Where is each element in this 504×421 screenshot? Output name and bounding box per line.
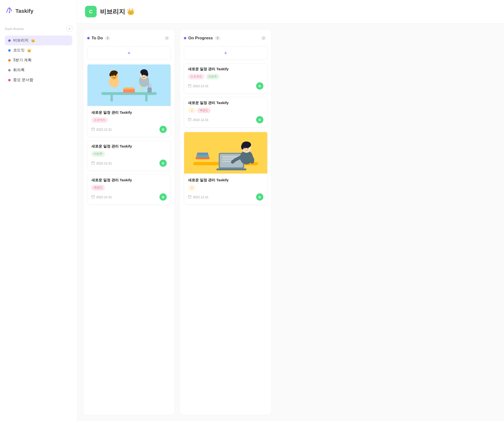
card-image [87,63,171,107]
kanban-board: To Do 3 + [77,23,504,421]
sidebar-item-important[interactable]: 중요 문서함 [5,75,72,85]
tag: 상 [188,185,196,190]
task-card[interactable]: 새로운 일정 관리 Taskify 프로젝트이번주 [184,63,267,94]
card-date: 2022.12.31 [188,118,209,122]
card-date: 2022.12.31 [188,195,209,199]
date-text: 2022.12.31 [193,84,209,88]
tag: 프로젝트 [188,74,204,79]
card-footer: 2022.12.31 B [91,193,167,201]
page-title: 비브리지 👑 [100,7,135,16]
sidebar-dot [8,39,11,42]
tag: 상 [188,108,196,113]
svg-rect-29 [92,162,94,164]
calendar-icon [188,118,191,122]
task-card[interactable]: 새로운 일정 관리 Taskify 백엔드 [87,174,171,205]
sidebar-label: 회의록 [13,68,25,73]
card-footer: 2022.12.31 B [91,126,167,133]
svg-rect-63 [188,196,191,198]
crown-icon: 👑 [27,49,31,52]
column-count: 3 [105,36,110,40]
svg-point-62 [247,147,249,149]
column-settings-button[interactable] [163,34,171,42]
card-footer: 2022.12.31 B [188,193,263,201]
date-text: 2022.12.31 [96,161,112,165]
column-header: On Progress 3 [184,34,267,42]
column-settings-button[interactable] [260,34,267,42]
card-date: 2022.12.31 [91,127,112,132]
sidebar-label: 3분기 계획 [13,58,32,63]
date-text: 2022.12.31 [96,128,112,131]
svg-rect-53 [216,168,246,170]
sidebar-label: 비브리지 [13,38,29,43]
card-date: 2022.12.31 [188,84,209,88]
svg-rect-49 [196,155,209,157]
card-title: 새로운 일정 관리 Taskify [188,101,263,105]
card-body: 새로운 일정 관리 Taskify 프로젝트이번주 [184,63,267,93]
sidebar-label: 코드잇 [13,48,25,53]
sidebar-item-bibeuji[interactable]: 비브리지 👑 [5,35,72,45]
sidebar-item-q3plan[interactable]: 3분기 계획 [5,55,72,65]
card-title: 새로운 일정 관리 Taskify [188,67,263,71]
column-title: On Progress [188,36,213,41]
sidebar-item-minutes[interactable]: 회의록 [5,65,72,75]
task-card[interactable]: 새로운 일정 관리 Taskify 상 [184,131,267,205]
add-card-button[interactable]: + [184,46,267,60]
svg-point-19 [146,72,148,77]
card-tags: 백엔드 [91,185,167,190]
task-card[interactable]: 새로운 일정 관리 Taskify 프로젝트 [87,63,171,137]
column-title: To Do [92,36,103,41]
calendar-icon [91,161,95,165]
card-tags: 상 [188,185,263,190]
card-user-avatar: B [159,160,167,167]
svg-rect-52 [220,154,243,167]
logo-area: Taskify [5,6,72,16]
column-header: To Do 3 [87,34,171,42]
svg-rect-4 [111,94,113,101]
svg-point-1 [166,37,168,39]
column-title-area: On Progress 3 [184,36,220,41]
page-avatar: C [85,6,97,17]
tag: 이번주 [206,74,219,79]
task-card[interactable]: 새로운 일정 관리 Taskify 상백엔드 [184,97,267,127]
card-date: 2022.12.31 [91,161,112,165]
page-header: C 비브리지 👑 [77,0,504,23]
svg-rect-42 [188,118,191,121]
sidebar-item-codeit[interactable]: 코드잇 👑 [5,45,72,55]
tag: 백엔드 [91,185,105,190]
svg-rect-7 [124,88,134,90]
card-title: 새로운 일정 관리 Taskify [91,144,167,149]
add-card-button[interactable]: + [87,46,171,60]
svg-point-13 [109,73,112,76]
card-footer: 2022.12.31 B [188,116,263,123]
sidebar-label: 중요 문서함 [13,77,33,83]
card-body: 새로운 일정 관리 Taskify 상 [184,175,267,204]
card-tags: 상백엔드 [188,108,263,113]
add-board-button[interactable]: ＋ [66,26,72,32]
sidebar-section-header: Dash Boards ＋ [5,26,72,32]
card-body: 새로운 일정 관리 Taskify 상백엔드 [184,97,267,127]
svg-rect-33 [92,196,94,198]
sidebar-dot [8,59,11,62]
calendar-icon [91,195,95,199]
svg-rect-38 [188,84,191,87]
add-board-icon: ＋ [67,26,71,31]
svg-point-61 [244,147,245,149]
card-user-avatar: B [256,116,263,123]
calendar-icon [91,127,95,132]
tag: 백엔드 [197,108,211,113]
task-card[interactable]: 새로운 일정 관리 Taskify 이번주 [87,140,171,171]
card-user-avatar: B [256,193,263,201]
card-image [184,131,267,175]
card-user-avatar: B [256,82,263,90]
svg-point-60 [241,144,244,150]
main-content: C 비브리지 👑 To Do 3 [77,0,504,421]
card-tags: 프로젝트 [91,117,167,123]
svg-rect-50 [197,153,208,155]
logo-icon [5,6,14,16]
card-footer: 2022.12.31 B [91,160,167,167]
svg-rect-55 [222,159,235,160]
svg-rect-21 [147,88,151,93]
card-user-avatar: B [159,193,167,201]
sidebar: Taskify Dash Boards ＋ 비브리지 👑 코드잇 👑 3분기 계… [0,0,77,421]
card-body: 새로운 일정 관리 Taskify 이번주 [87,141,171,171]
